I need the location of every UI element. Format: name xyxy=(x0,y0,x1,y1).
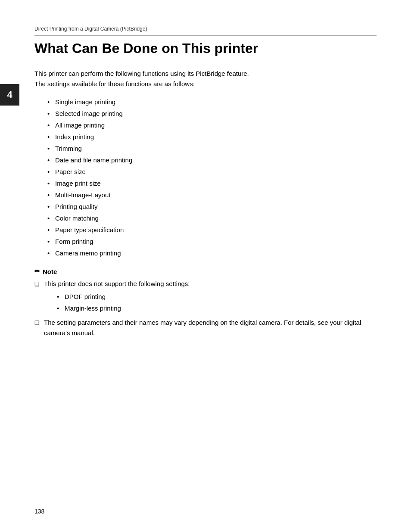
list-item: Image print size xyxy=(47,177,377,189)
chapter-tab: 4 xyxy=(0,84,19,106)
page-title: What Can Be Done on This printer xyxy=(34,40,377,56)
page-number: 138 xyxy=(34,508,44,515)
note-checkbox-icon: ❑ xyxy=(34,280,40,289)
list-item: Selected image printing xyxy=(47,108,377,119)
list-item: Paper size xyxy=(47,166,377,177)
list-item: Camera memo printing xyxy=(47,247,377,259)
chapter-number: 4 xyxy=(7,89,12,100)
note-item: ❑This printer does not support the follo… xyxy=(34,279,377,314)
note-icon: ✏ xyxy=(34,268,40,275)
list-item: Margin-less printing xyxy=(57,302,377,314)
list-item: Form printing xyxy=(47,236,377,247)
list-item: Date and file name printing xyxy=(47,154,377,166)
note-section: ✏ Note ❑This printer does not support th… xyxy=(34,268,377,338)
note-item-label: The setting parameters and their names m… xyxy=(44,319,361,336)
note-sub-list: DPOF printingMargin-less printing xyxy=(57,291,377,314)
intro-line1: This printer can perform the following f… xyxy=(34,70,249,77)
list-item: Paper type specification xyxy=(47,224,377,236)
list-item: Single image printing xyxy=(47,96,377,108)
note-checkbox-icon: ❑ xyxy=(34,319,40,328)
note-item-text: This printer does not support the follow… xyxy=(44,279,377,314)
list-item: Printing quality xyxy=(47,201,377,212)
list-item: Trimming xyxy=(47,143,377,154)
note-items-container: ❑This printer does not support the follo… xyxy=(34,279,377,338)
list-item: Color matching xyxy=(47,212,377,224)
list-item: DPOF printing xyxy=(57,291,377,302)
intro-line2: The settings available for these functio… xyxy=(34,80,195,87)
list-item: Multi-Image-Layout xyxy=(47,189,377,201)
list-item: All image printing xyxy=(47,119,377,131)
feature-list: Single image printingSelected image prin… xyxy=(47,96,377,259)
note-item-label: This printer does not support the follow… xyxy=(44,280,190,287)
note-item: ❑The setting parameters and their names … xyxy=(34,317,377,338)
note-label: Note xyxy=(43,268,57,275)
breadcrumb: Direct Printing from a Digital Camera (P… xyxy=(34,26,377,36)
note-item-text: The setting parameters and their names m… xyxy=(44,317,377,338)
note-header: ✏ Note xyxy=(34,268,377,275)
intro-text: This printer can perform the following f… xyxy=(34,68,377,89)
page-container: 4 Direct Printing from a Digital Camera … xyxy=(0,0,411,532)
list-item: Index printing xyxy=(47,131,377,143)
